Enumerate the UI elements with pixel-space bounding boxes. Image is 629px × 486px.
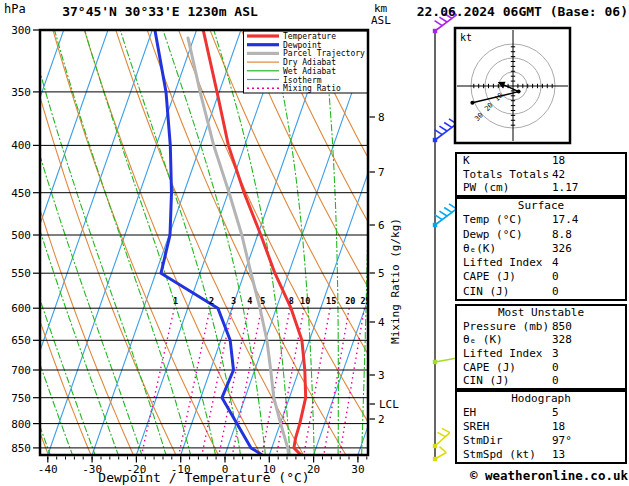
legend-item-label: Isotherm	[283, 76, 322, 85]
sounding-chart-page: 12345810152025TemperatureDewpointParcel …	[0, 0, 629, 486]
table-row-value: 5	[552, 406, 559, 420]
mixing-ratio-value-label: 8	[289, 296, 294, 306]
table-row: PW (cm)1.17	[457, 181, 625, 195]
pressure-tick-label: 300	[11, 24, 31, 37]
table-row-value: 8.8	[552, 228, 572, 242]
pressure-tick-label: 700	[11, 364, 31, 377]
wind-barb-shaft	[435, 453, 446, 460]
table-row-label: Totals Totals	[463, 168, 549, 181]
table-row: K18	[457, 154, 625, 168]
mixing-ratio-line	[142, 308, 175, 455]
table-row: SREH18	[457, 420, 625, 434]
table-section-header: Hodograph	[457, 392, 625, 406]
table-row-label: CAPE (J)	[463, 270, 516, 283]
table-row-value: 0	[552, 270, 559, 284]
altitude-tick-label: 2	[378, 413, 385, 426]
plot-border	[40, 30, 368, 455]
lcl-label: LCL	[379, 398, 399, 411]
hodograph: 102030kt	[455, 28, 570, 143]
wind-barb-feather	[435, 130, 443, 135]
dry-adiabat-line	[241, 30, 475, 457]
table-row-label: CIN (J)	[463, 374, 509, 387]
table-row-value: 17.4	[552, 213, 579, 227]
table-row-value: 97°	[552, 434, 572, 448]
wet-adiabat-line	[270, 30, 315, 456]
legend-item-label: Parcel Trajectory	[283, 49, 365, 58]
table-section-header: Surface	[457, 199, 625, 213]
mixing-ratio-value-label: 20	[345, 296, 355, 306]
wind-barb	[433, 204, 457, 227]
table-row: Lifted Index4	[457, 256, 625, 270]
legend-item-label: Mixing Ratio	[283, 84, 341, 93]
wind-barb-feather	[439, 211, 447, 216]
wind-barb-feather	[439, 126, 447, 131]
wind-barb-feather	[444, 208, 452, 213]
table-row-label: θₑ (K)	[463, 333, 503, 346]
legend: TemperatureDewpointParcel TrajectoryDry …	[244, 31, 368, 93]
table-row: θₑ(K)326	[457, 242, 625, 256]
mixing-ratio-axis-label: Mixing Ratio (g/kg)	[389, 218, 402, 344]
hodograph-trace-dot	[470, 101, 474, 105]
table-row: CIN (J)0	[457, 374, 625, 388]
table-row: StmDir97°	[457, 434, 625, 448]
pressure-tick-label: 500	[11, 229, 31, 242]
mixing-ratio-value-label: 10	[300, 296, 310, 306]
wind-barb-feather	[435, 215, 443, 220]
hodograph-trace-dot	[517, 90, 521, 94]
table-row-value: 0	[552, 374, 559, 388]
copyright-watermark: © weatheronline.co.uk	[470, 468, 629, 483]
altitude-tick-label: 6	[378, 219, 385, 232]
table-row-label: CAPE (J)	[463, 361, 516, 374]
table-row: EH5	[457, 406, 625, 420]
altitude-tick-label: 8	[378, 111, 385, 124]
wind-barb-feather	[438, 432, 446, 436]
temperature-tick-label: 30	[351, 463, 364, 476]
table-row-label: StmSpd (kt)	[463, 448, 536, 461]
pressure-tick-label: 550	[11, 267, 31, 280]
table-row-label: Pressure (mb)	[463, 320, 549, 333]
pressure-axis-unit: hPa	[4, 2, 26, 16]
wind-barb-feather	[444, 123, 452, 128]
altitude-tick-label: 4	[378, 316, 385, 329]
table-row-value: 42	[552, 168, 565, 182]
altitude-tick-label: 3	[378, 369, 385, 382]
mixing-ratio-value-label: 4	[247, 296, 252, 306]
station-title: 37°45'N 30°33'E 1230m ASL	[62, 4, 258, 19]
legend-item-label: Dry Adiabat	[283, 58, 336, 67]
table-row-label: PW (cm)	[463, 181, 509, 194]
altitude-axis-unit-asl: ASL	[371, 14, 391, 27]
table-row-value: 3	[552, 347, 559, 361]
table-row-label: SREH	[463, 420, 490, 433]
dry-adiabat-line	[147, 30, 347, 457]
mixing-ratio-value-label: 3	[231, 296, 236, 306]
pressure-tick-label: 800	[11, 418, 31, 431]
indices-table-2: Most UnstablePressure (mb)850θₑ (K)328Li…	[455, 304, 627, 390]
table-row: Lifted Index3	[457, 347, 625, 361]
table-row-value: 328	[552, 333, 572, 347]
table-row: StmSpd (kt)13	[457, 448, 625, 462]
table-row-value: 0	[552, 285, 559, 299]
dry-adiabat-line	[0, 30, 7, 457]
table-row-label: Dewp (°C)	[463, 228, 523, 241]
pressure-tick-label: 850	[11, 442, 31, 455]
table-row-label: θₑ(K)	[463, 242, 496, 255]
legend-item-label: Wet Adiabat	[283, 67, 336, 76]
isotherm-line	[0, 30, 64, 455]
run-date-title: 22.06.2024 06GMT (Base: 06)	[417, 4, 628, 19]
pressure-tick-label: 350	[11, 86, 31, 99]
table-row: Pressure (mb)850	[457, 320, 625, 334]
table-row: CIN (J)0	[457, 285, 625, 299]
table-row: CAPE (J)0	[457, 361, 625, 375]
indices-table-0: K18Totals Totals42PW (cm)1.17	[455, 152, 627, 197]
pressure-tick-label: 400	[11, 139, 31, 152]
mixing-ratio-value-label: 2	[209, 296, 214, 306]
table-row: Totals Totals42	[457, 168, 625, 182]
table-row-label: Lifted Index	[463, 256, 542, 269]
table-row-label: EH	[463, 406, 476, 419]
table-row-label: StmDir	[463, 434, 503, 447]
table-row-label: Temp (°C)	[463, 213, 523, 226]
pressure-tick-label: 600	[11, 302, 31, 315]
mixing-ratio-value-label: 1	[173, 296, 178, 306]
altitude-tick-label: 7	[378, 166, 385, 179]
hodograph-unit-label: kt	[460, 32, 472, 43]
